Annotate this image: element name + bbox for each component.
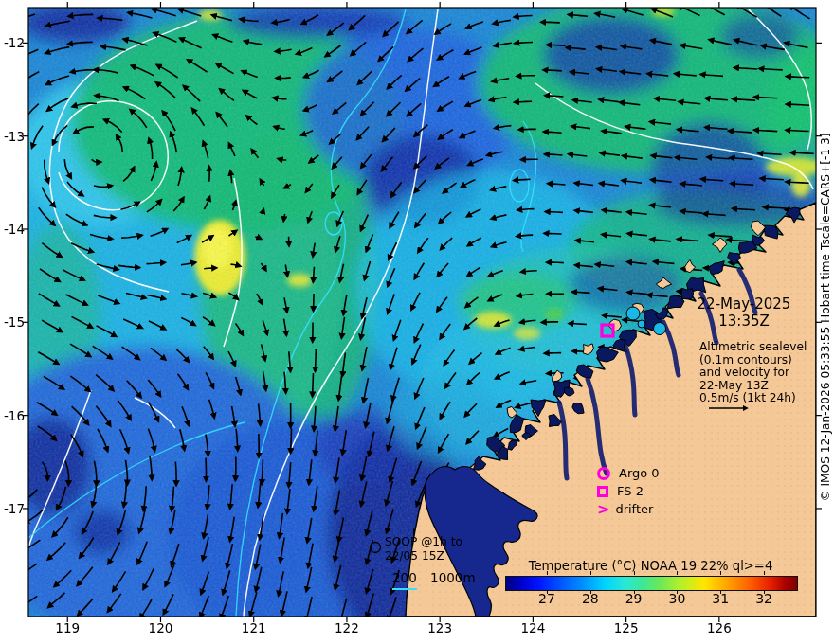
note-line: Altimetric sealevel [699,341,807,354]
velocity-arrow [547,262,564,263]
fs-square-icon [597,486,608,497]
colorbar-tick-mark [634,571,635,575]
depth-contour-legend: 200 1000m [392,570,476,585]
drifter-chevron-icon: > [597,504,609,515]
velocity-arrow [314,294,315,311]
velocity-arrow [235,456,236,480]
colorbar-tick-mark [634,590,635,594]
note-line: 22-May 13Z [699,380,807,393]
x-tick-label: 120 [141,620,179,635]
velocity-arrow [175,462,176,486]
velocity-arrow [519,129,536,130]
velocity-arrow [291,428,292,453]
x-tick-label: 124 [514,620,552,635]
velocity-arrow [313,373,314,397]
velocity-arrow [544,233,561,234]
velocity-arrow [569,324,587,325]
velocity-arrow [515,101,532,102]
y-tick-label: -15 [0,314,25,330]
colorbar-tick-mark [590,571,591,575]
argo-circle-icon [597,467,610,480]
colorbar-title: Temperature (°C) NOAA 19 22% ql>=4 [505,559,796,573]
x-tick-label: 121 [235,620,273,635]
y-tick-label: -13 [0,129,25,144]
colorbar-tick-mark [720,590,721,594]
note-line: 0.5m/s (1kt 24h) [699,392,807,405]
note-line: and velocity for [699,367,807,380]
y-tick-label: -14 [0,222,25,237]
x-tick-label: 122 [328,620,366,635]
velocity-arrow [204,268,216,269]
colorbar-tick-mark [720,571,721,575]
altimetry-note: Altimetric sealevel (0.1m contours) and … [699,341,807,405]
x-tick-label: 123 [421,620,459,635]
colorbar-tick-mark [547,571,548,575]
velocity-arrow [206,458,207,481]
sst-velocity-figure: 22-May-2025 13:35Z Altimetric sealevel (… [0,0,834,644]
colorbar-tick-mark [547,590,548,594]
x-tick-label: 125 [607,620,645,635]
y-tick-label: -16 [0,408,25,423]
velocity-arrow [546,212,563,213]
date-block: 22-May-2025 13:35Z [695,295,793,330]
argo-label: Argo 0 [619,466,660,480]
x-tick-label: 119 [48,620,86,635]
velocity-arrow [541,22,560,23]
legend-row-fs: FS 2 [597,482,660,500]
y-tick-label: -12 [0,35,25,50]
y-tick-label: -17 [0,501,25,516]
colorbar [505,576,798,591]
velocity-arrow [316,349,317,371]
x-tick-label: 126 [700,620,738,635]
map-date: 22-May-2025 [695,295,793,313]
velocity-arrow [547,45,566,45]
velocity-arrow [545,353,562,354]
legend-row-argo: Argo 0 [597,464,660,482]
copyright-text: © IMOS 12-Jan-2026 05:33:55 Hobart time … [819,133,832,501]
soop-note: SOOP @1h to 22/05 15Z [385,535,462,563]
map-time: 13:35Z [695,313,793,330]
islet [681,288,693,299]
colorbar-tick-mark [677,590,678,594]
velocity-arrow [517,76,535,77]
note-line: (0.1m contours) [699,354,807,367]
colorbar-tick-mark [590,590,591,594]
colorbar-tick-mark [764,571,765,575]
fs-label: FS 2 [617,484,644,498]
velocity-arrow [543,70,561,71]
platform-legend: Argo 0 FS 2 > drifter [597,464,660,518]
velocity-arrow [542,322,558,323]
depth-1000-label: 1000m [430,570,476,585]
depth-200-label: 200 [392,570,417,590]
drifter-label: drifter [615,502,653,516]
colorbar-tick-mark [677,571,678,575]
soop-line1: SOOP @1h to [385,535,462,549]
velocity-arrow [276,78,291,79]
soop-line2: 22/05 15Z [385,549,462,564]
legend-row-drifter: > drifter [597,500,660,518]
colorbar-tick-mark [764,590,765,594]
